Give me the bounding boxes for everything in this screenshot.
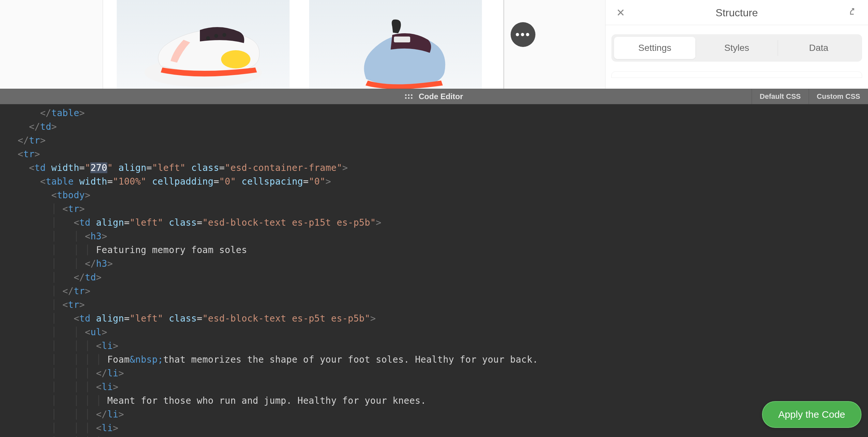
panel-title: Structure: [716, 7, 758, 19]
code-attr-value: "left": [152, 162, 186, 173]
code-attr-value: "esd-block-text es-p5t es-p5b": [203, 313, 370, 324]
apply-code-button[interactable]: Apply the Code: [762, 401, 862, 428]
tab-settings[interactable]: Settings: [614, 37, 695, 59]
code-attr-value: "0": [309, 176, 326, 187]
sub-panel: [611, 71, 862, 78]
tab-styles[interactable]: Styles: [696, 37, 777, 59]
svg-point-3: [214, 34, 218, 38]
preview-area: •••: [0, 0, 605, 89]
product-image-2: [309, 0, 482, 89]
code-attr-value: "0": [219, 176, 236, 187]
up-arrow-icon[interactable]: [846, 7, 860, 18]
preview-content: [103, 0, 504, 89]
close-icon[interactable]: ✕: [614, 6, 627, 19]
code-editor-title: Code Editor: [419, 92, 463, 101]
preview-right-pad: •••: [504, 0, 605, 89]
code-editor-label: Code Editor: [405, 92, 463, 101]
code-entity: &nbsp;: [130, 354, 163, 365]
tabs-container: Settings Styles Data: [611, 34, 862, 62]
product-image-1: [117, 0, 289, 89]
more-options-button[interactable]: •••: [510, 22, 535, 47]
tab-data[interactable]: Data: [778, 37, 860, 59]
drag-handle-icon[interactable]: [405, 93, 415, 100]
code-attr-value: "100%": [113, 176, 146, 187]
code-text: that memorizes the shape of your foot so…: [163, 354, 538, 365]
ellipsis-icon: •••: [516, 28, 531, 41]
svg-point-1: [221, 50, 250, 68]
structure-panel: ✕ Structure Settings Styles Data: [605, 0, 868, 89]
code-attr-value: "left": [130, 217, 163, 228]
svg-point-4: [222, 33, 226, 37]
preview-left-pad: [0, 0, 103, 89]
code-text: Foam: [107, 354, 130, 365]
code-editor-bar[interactable]: Code Editor Default CSS Custom CSS: [0, 89, 868, 104]
svg-rect-5: [394, 36, 410, 42]
code-attr-value: "left": [130, 313, 163, 324]
code-text: Featuring memory foam soles: [96, 245, 247, 255]
code-editor-area[interactable]: </table> </td> </tr> <tr> <td width="270…: [0, 104, 868, 437]
code-attr-value: "esd-block-text es-p15t es-p5b": [203, 217, 376, 228]
code-text: Meant for those who run and jump. Health…: [107, 395, 426, 406]
default-css-tab[interactable]: Default CSS: [752, 89, 809, 104]
code-attr-value: "esd-container-frame": [225, 162, 342, 173]
svg-point-2: [206, 36, 210, 40]
custom-css-tab[interactable]: Custom CSS: [809, 89, 868, 104]
